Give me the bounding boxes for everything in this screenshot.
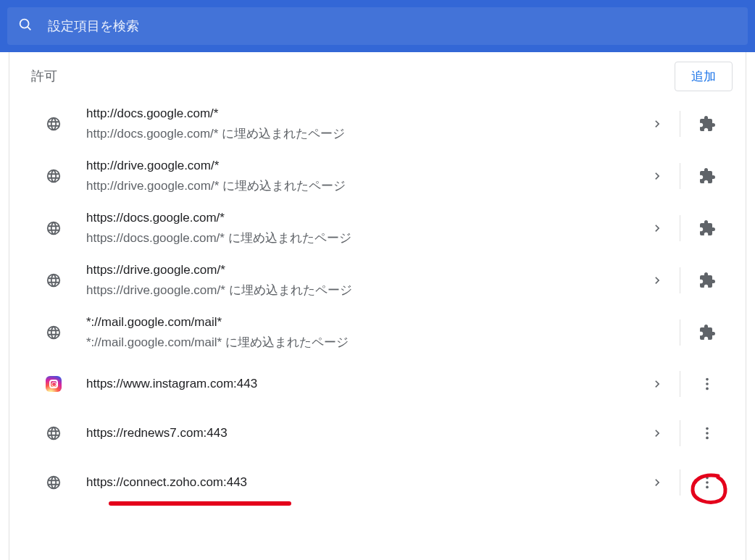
site-url: http://docs.google.com/*	[86, 106, 636, 122]
site-row: https://connect.zoho.com:443	[14, 458, 741, 507]
section-header: 許可 追加	[9, 52, 746, 93]
svg-line-1	[28, 27, 30, 30]
site-row: https://docs.google.com/*https://docs.go…	[14, 203, 741, 255]
more-menu-button[interactable]	[680, 475, 734, 490]
more-menu-button[interactable]	[680, 376, 734, 392]
extension-puzzle-icon[interactable]	[680, 272, 734, 289]
site-row: *://mail.google.com/mail**://mail.google…	[14, 307, 741, 359]
section-title: 許可	[31, 67, 57, 85]
site-text: http://drive.google.com/*http://drive.go…	[86, 158, 636, 194]
search-icon	[17, 17, 33, 35]
site-text: https://www.instagram.com:443	[86, 376, 636, 392]
extension-puzzle-icon[interactable]	[680, 115, 734, 133]
expand-arrow[interactable]	[636, 222, 680, 235]
site-text: http://docs.google.com/*http://docs.goog…	[86, 106, 636, 142]
site-text: https://drive.google.com/*https://drive.…	[86, 262, 636, 298]
site-sub: http://docs.google.com/* に埋め込まれたページ	[86, 126, 636, 142]
site-row: https://www.instagram.com:443	[14, 359, 741, 409]
site-url: https://docs.google.com/*	[86, 210, 636, 226]
site-row: https://drive.google.com/*https://drive.…	[14, 255, 741, 307]
expand-arrow[interactable]	[636, 274, 680, 287]
site-row: http://docs.google.com/*http://docs.goog…	[14, 99, 741, 151]
content-panel: 許可 追加 http://docs.google.com/*http://doc…	[9, 52, 746, 560]
expand-arrow[interactable]	[636, 476, 680, 489]
svg-point-0	[20, 20, 29, 28]
annotation-underline	[109, 501, 291, 506]
globe-icon	[21, 168, 86, 184]
site-sub: https://docs.google.com/* に埋め込まれたページ	[86, 230, 636, 246]
expand-arrow[interactable]	[636, 170, 680, 183]
page-root: 許可 追加 http://docs.google.com/*http://doc…	[0, 0, 755, 560]
instagram-icon	[21, 376, 86, 392]
globe-icon	[21, 475, 86, 490]
site-url: https://www.instagram.com:443	[86, 376, 636, 392]
site-sub: https://drive.google.com/* に埋め込まれたページ	[86, 283, 636, 298]
extension-puzzle-icon[interactable]	[680, 324, 734, 341]
site-text: https://docs.google.com/*https://docs.go…	[86, 210, 636, 246]
site-url: *://mail.google.com/mail*	[86, 314, 636, 330]
globe-icon	[21, 272, 86, 288]
expand-arrow[interactable]	[636, 427, 680, 440]
expand-arrow[interactable]	[636, 377, 680, 390]
globe-icon	[21, 325, 86, 340]
site-row: https://rednews7.com:443	[14, 409, 741, 458]
search-bar[interactable]	[7, 7, 748, 45]
site-list: http://docs.google.com/*http://docs.goog…	[9, 93, 746, 507]
topbar	[0, 0, 755, 52]
site-text: https://connect.zoho.com:443	[86, 475, 636, 490]
extension-puzzle-icon[interactable]	[680, 220, 734, 237]
site-text: https://rednews7.com:443	[86, 425, 636, 441]
site-url: https://drive.google.com/*	[86, 262, 636, 278]
site-url: https://connect.zoho.com:443	[86, 475, 636, 490]
extension-puzzle-icon[interactable]	[680, 167, 734, 185]
site-row: http://drive.google.com/*http://drive.go…	[14, 151, 741, 203]
site-url: https://rednews7.com:443	[86, 425, 636, 441]
site-url: http://drive.google.com/*	[86, 158, 636, 174]
globe-icon	[21, 425, 86, 441]
add-button[interactable]: 追加	[675, 62, 733, 91]
search-input[interactable]	[48, 19, 738, 34]
site-sub: *://mail.google.com/mail* に埋め込まれたページ	[86, 335, 636, 351]
globe-icon	[21, 220, 86, 236]
site-sub: http://drive.google.com/* に埋め込まれたページ	[86, 178, 636, 194]
more-menu-button[interactable]	[680, 425, 734, 441]
globe-icon	[21, 116, 86, 132]
expand-arrow[interactable]	[636, 117, 680, 130]
site-text: *://mail.google.com/mail**://mail.google…	[86, 314, 636, 351]
